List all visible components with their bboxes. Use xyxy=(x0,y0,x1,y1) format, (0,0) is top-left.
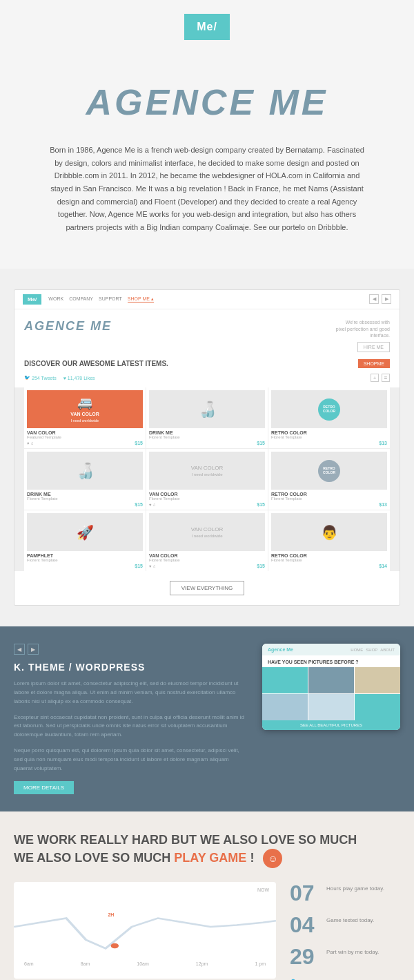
phone-img-2 xyxy=(308,667,354,693)
theme-text-3: Neque porro quisquam est, qui dolorem ip… xyxy=(14,747,248,773)
product-sub-3: Florent Template xyxy=(271,435,387,439)
product-footer-2: $15 xyxy=(149,441,265,445)
grid-view-btn[interactable]: + xyxy=(371,374,379,382)
theme-left: ◀ ▶ K. THEME / WORDPRESS Lorem ipsum dol… xyxy=(14,644,248,794)
chart-dot-svg xyxy=(111,943,119,949)
mockup-hire-button[interactable]: HIRE ME xyxy=(357,342,390,352)
theme-text-1: Lorem ipsum dolor sit amet, consectetur … xyxy=(14,680,248,706)
chart-svg xyxy=(14,892,276,961)
game-stats: 07 Hours play game today. 04 Game tested… xyxy=(290,882,400,980)
product-sub-5: Florent Template xyxy=(149,497,265,501)
phone-img-5 xyxy=(308,694,354,720)
product-footer-1: ♥ ♫ $15 xyxy=(27,441,143,445)
nav-link-company[interactable]: COMPANY xyxy=(69,296,93,302)
stat-label-parts: Part win by me today. xyxy=(326,945,379,956)
phone-header: Agence Me HOME SHOP ABOUT xyxy=(262,644,400,655)
product-img-drink: 🍶 xyxy=(149,390,265,428)
game-smile-button[interactable]: ☺ xyxy=(263,849,282,868)
product-sub-8: Florent Template xyxy=(149,558,265,562)
theme-next-btn[interactable]: ▶ xyxy=(28,644,39,655)
stat-number-parts: 29 xyxy=(290,945,321,968)
phone-img-6 xyxy=(355,694,400,720)
chart-dot-label: 2H xyxy=(108,912,114,917)
product-price-1: $15 xyxy=(135,441,143,445)
mockup-hero-right: We're obsessed with pixel perfection and… xyxy=(335,319,390,352)
product-footer-5: ♥ ♫ $15 xyxy=(149,502,265,507)
product-img-retro2: RETROCOLOR xyxy=(271,452,387,490)
theme-title: K. THEME / WORDPRESS xyxy=(14,662,248,673)
retro-circle-icon: RETROCOLOR xyxy=(318,398,340,421)
product-name-5: VAN COLOR xyxy=(149,492,265,497)
van-small-label: VAN COLORI need worldwide xyxy=(190,525,225,540)
product-img-drink2: 🍶 xyxy=(27,452,143,490)
product-social-icons: ♥ ♫ xyxy=(27,441,34,445)
product-van-color-2: VAN COLORI need worldwide VAN COLOR Flor… xyxy=(146,449,268,510)
chart-x-labels: 6am 8am 10am 12pm 1 pm xyxy=(21,961,269,966)
nav-btn-prev[interactable]: ◀ xyxy=(369,294,379,304)
product-name-7: PAMPHLET xyxy=(27,553,143,558)
mockup-shop-header: DISCOVER OUR AWESOME LATEST ITEMS. SHOPM… xyxy=(14,359,400,374)
nav-link-support[interactable]: SUPPORT xyxy=(99,296,122,302)
theme-more-button[interactable]: MORE DETAILS xyxy=(14,781,74,794)
theme-right: Agence Me HOME SHOP ABOUT HAVE YOU SEEN … xyxy=(262,644,400,730)
product-sub-7: Florent Template xyxy=(27,558,143,562)
van-gray-label: VAN COLORI need worldwide xyxy=(190,463,225,479)
mustache-icon: 👨 xyxy=(321,524,338,541)
nav-link-work[interactable]: WORK xyxy=(48,296,63,302)
product-price-7: $15 xyxy=(135,564,143,568)
phone-img-3 xyxy=(355,667,400,693)
phone-image-grid xyxy=(262,667,400,720)
product-name-8: VAN COLOR xyxy=(149,553,265,558)
product-name-2: DRINK ME xyxy=(149,430,265,435)
theme-prev-btn[interactable]: ◀ xyxy=(14,644,25,655)
chart-now-label: NOW xyxy=(257,887,269,892)
product-price-4: $15 xyxy=(135,502,143,507)
hero-description: Born in 1986, Agence Me is a french web-… xyxy=(48,144,366,234)
hero-title: AGENCE ME xyxy=(14,81,400,123)
nav-link-shopme[interactable]: SHOP ME ▴ xyxy=(128,296,154,302)
product-name-6: RETRO COLOR xyxy=(271,492,387,497)
nav-btn-next[interactable]: ▶ xyxy=(382,294,391,304)
game-content: NOW 2H 6am 8am 10am 12pm 1 pm 07 Hours p… xyxy=(14,882,400,980)
phone-footer-btn[interactable]: SEE ALL BEAUTIFUL PICTURES xyxy=(262,720,400,730)
mockup-nav-btns: ◀ ▶ xyxy=(369,294,391,304)
product-sub-6: Florent Template xyxy=(271,497,387,501)
product-van-color-3: VAN COLORI need worldwide VAN COLOR Flor… xyxy=(146,510,268,571)
product-price-5: $15 xyxy=(257,502,265,507)
phone-img-1 xyxy=(262,667,308,693)
bottle-icon: 🍶 xyxy=(198,401,217,419)
product-name-3: RETRO COLOR xyxy=(271,430,387,435)
twitter-bird-icon: 🐦 xyxy=(290,977,302,980)
product-retro-color-2: RETROCOLOR RETRO COLOR Florent Template … xyxy=(268,449,390,510)
mockup-grid-controls: + ≡ xyxy=(371,374,390,382)
product-price-8: $15 xyxy=(257,564,265,568)
mockup-shop-button[interactable]: SHOPME xyxy=(358,359,390,368)
phone-logo: Agence Me xyxy=(268,647,293,652)
theme-text-2: Excepteur sint occaecat cupidatat non pr… xyxy=(14,713,248,740)
view-everything-button[interactable]: VIEW EVERYTHING xyxy=(170,581,245,595)
twitter-game-handle: 🐦 #welovsomuch... xyxy=(290,977,400,980)
product-retro-color-1: RETROCOLOR RETRO COLOR Florent Template … xyxy=(268,387,390,448)
mockup-shop-title: DISCOVER OUR AWESOME LATEST ITEMS. xyxy=(24,360,168,367)
chart-label-6am: 6am xyxy=(24,961,34,966)
van-bus-icon: 🚐 xyxy=(77,395,92,410)
mockup-container: Me/ WORK COMPANY SUPPORT SHOP ME ▴ ◀ ▶ A… xyxy=(14,289,400,606)
top-header: Me/ xyxy=(0,0,414,61)
site-logo[interactable]: Me/ xyxy=(184,14,230,40)
tweets-stat: 🐦 254 Tweets xyxy=(24,374,57,382)
mockup-hero-area: AGENCE ME We're obsessed with pixel perf… xyxy=(14,309,400,359)
list-view-btn[interactable]: ≡ xyxy=(382,374,390,382)
product-img-van: 🚐 VAN COLORI need worldwide xyxy=(27,390,143,428)
product-footer-4: $15 xyxy=(27,502,143,507)
phone-nav-shop[interactable]: SHOP xyxy=(366,648,377,652)
theme-section: ◀ ▶ K. THEME / WORDPRESS Lorem ipsum dol… xyxy=(0,626,414,811)
product-name-4: DRINK ME xyxy=(27,492,143,497)
product-footer-3: $13 xyxy=(271,441,387,445)
product-name-1: VAN COLOR xyxy=(27,430,143,435)
game-title: WE WORK REALLY HARD BUT WE ALSO LOVE SO … xyxy=(14,832,400,867)
product-footer-6: $13 xyxy=(271,502,387,507)
product-img-mustache: 👨 xyxy=(271,513,387,551)
phone-nav-home[interactable]: HOME xyxy=(351,648,363,652)
retro-circle-2: RETROCOLOR xyxy=(318,460,340,482)
phone-nav-about[interactable]: ABOUT xyxy=(380,648,395,652)
